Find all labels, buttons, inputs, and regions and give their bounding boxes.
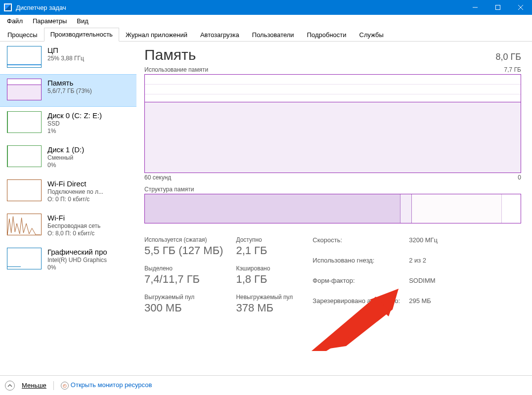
close-button[interactable]	[509, 0, 532, 15]
memory-usage-chart	[144, 74, 521, 173]
titlebar: Диспетчер задач	[0, 0, 532, 15]
cpu-thumb-icon	[7, 46, 42, 68]
gpu-sub1: Intel(R) UHD Graphics	[47, 257, 107, 263]
wifi-thumb-icon	[7, 214, 42, 235]
wifi-sub1: Беспроводная сеть	[47, 222, 100, 229]
paged-value: 300 МБ	[144, 302, 223, 314]
gpu-thumb-icon	[7, 248, 42, 269]
maximize-button[interactable]	[487, 0, 509, 15]
tab-users[interactable]: Пользователи	[246, 28, 301, 42]
gpu-title: Графический про	[47, 248, 107, 256]
used-value: 5,5 ГБ (127 МБ)	[144, 244, 223, 257]
axis-right: 0	[518, 174, 521, 181]
slots-value: 2 из 2	[409, 257, 438, 274]
tab-performance[interactable]: Производительность	[44, 28, 119, 42]
collapse-button[interactable]	[5, 381, 15, 391]
slots-label: Использовано гнезд:	[312, 257, 400, 274]
disk0-thumb-icon	[7, 111, 42, 133]
fewer-details-link[interactable]: Меньше	[22, 382, 46, 389]
cpu-sub: 25% 3,88 ГГц	[47, 55, 84, 62]
sidebar-item-disk0[interactable]: Диск 0 (C: Z: E:) SSD 1%	[0, 107, 136, 141]
resmon-icon: ◴	[61, 382, 69, 390]
sidebar-item-gpu[interactable]: Графический про Intel(R) UHD Graphics 0%	[0, 243, 136, 277]
menubar: Файл Параметры Вид	[0, 15, 532, 27]
cached-label: Кэшировано	[236, 265, 293, 272]
page-title: Память	[144, 46, 196, 63]
wifidirect-thumb-icon	[7, 179, 42, 201]
disk1-thumb-icon	[7, 145, 42, 167]
avail-label: Доступно	[236, 236, 293, 243]
app-icon	[4, 3, 12, 11]
disk0-sub1: SSD	[47, 120, 102, 127]
gpu-sub2: 0%	[47, 264, 107, 271]
tab-processes[interactable]: Процессы	[1, 28, 44, 42]
window-title: Диспетчер задач	[16, 4, 66, 11]
avail-value: 2,1 ГБ	[236, 244, 293, 257]
committed-value: 7,4/11,7 ГБ	[144, 273, 223, 286]
reserved-value: 295 МБ	[409, 297, 438, 314]
wifi-sub2: О: 8,0 П: 0 кбит/с	[47, 230, 100, 237]
composition-label: Структура памяти	[144, 186, 194, 193]
tab-services[interactable]: Службы	[353, 28, 390, 42]
cached-value: 1,8 ГБ	[236, 273, 293, 286]
tab-apphistory[interactable]: Журнал приложений	[119, 28, 194, 42]
sidebar-item-disk1[interactable]: Диск 1 (D:) Сменный 0%	[0, 141, 136, 175]
tab-startup[interactable]: Автозагрузка	[194, 28, 246, 42]
minimize-button[interactable]	[464, 0, 487, 15]
svg-rect-1	[496, 5, 500, 10]
wifidirect-title: Wi-Fi Direct	[47, 179, 103, 188]
form-label: Форм-фактор:	[312, 277, 400, 294]
wifidirect-sub2: О: 0 П: 0 кбит/с	[47, 196, 103, 203]
main-panel: Память 8,0 ГБ Использование памяти 7,7 Г…	[136, 42, 532, 375]
tabs: Процессы Производительность Журнал прило…	[0, 27, 532, 42]
used-label: Используется (сжатая)	[144, 236, 223, 243]
nonpaged-value: 378 МБ	[236, 302, 293, 314]
memory-composition-chart	[144, 194, 521, 223]
menu-file[interactable]: Файл	[2, 16, 28, 26]
disk1-sub2: 0%	[47, 162, 84, 169]
disk1-title: Диск 1 (D:)	[47, 145, 84, 154]
memory-total: 8,0 ГБ	[495, 52, 521, 62]
footer: Меньше ◴Открыть монитор ресурсов	[0, 375, 532, 395]
paged-label: Выгружаемый пул	[144, 294, 223, 301]
disk0-title: Диск 0 (C: Z: E:)	[47, 111, 102, 120]
speed-value: 3200 МГц	[409, 236, 438, 254]
nonpaged-label: Невыгружаемый пул	[236, 294, 293, 301]
sidebar: ЦП 25% 3,88 ГГц Память 5,6/7,7 ГБ (73%) …	[0, 42, 136, 375]
memory-sub: 5,6/7,7 ГБ (73%)	[47, 88, 92, 94]
form-value: SODIMM	[409, 277, 438, 294]
sidebar-item-wifidirect[interactable]: Wi-Fi Direct Подключение по л... О: 0 П:…	[0, 175, 136, 209]
committed-label: Выделено	[144, 265, 223, 272]
usage-label: Использование памяти	[144, 66, 208, 73]
disk0-sub2: 1%	[47, 128, 102, 134]
disk1-sub1: Сменный	[47, 154, 84, 161]
sidebar-item-cpu[interactable]: ЦП 25% 3,88 ГГц	[0, 42, 136, 74]
sidebar-item-memory[interactable]: Память 5,6/7,7 ГБ (73%)	[0, 74, 136, 107]
wifidirect-sub1: Подключение по л...	[47, 188, 103, 195]
usage-max: 7,7 ГБ	[504, 66, 521, 73]
reserved-label: Зарезервировано аппаратно:	[312, 297, 400, 314]
open-resmon-link[interactable]: ◴Открыть монитор ресурсов	[61, 381, 152, 390]
menu-options[interactable]: Параметры	[28, 16, 72, 26]
speed-label: Скорость:	[312, 236, 400, 254]
axis-left: 60 секунд	[144, 174, 171, 181]
tab-details[interactable]: Подробности	[301, 28, 353, 42]
memory-title: Память	[47, 79, 92, 87]
footer-separator	[53, 381, 54, 390]
menu-view[interactable]: Вид	[72, 16, 93, 26]
cpu-title: ЦП	[47, 46, 84, 54]
wifi-title: Wi-Fi	[47, 214, 100, 222]
memory-thumb-icon	[7, 79, 42, 100]
sidebar-item-wifi[interactable]: Wi-Fi Беспроводная сеть О: 8,0 П: 0 кбит…	[0, 209, 136, 243]
